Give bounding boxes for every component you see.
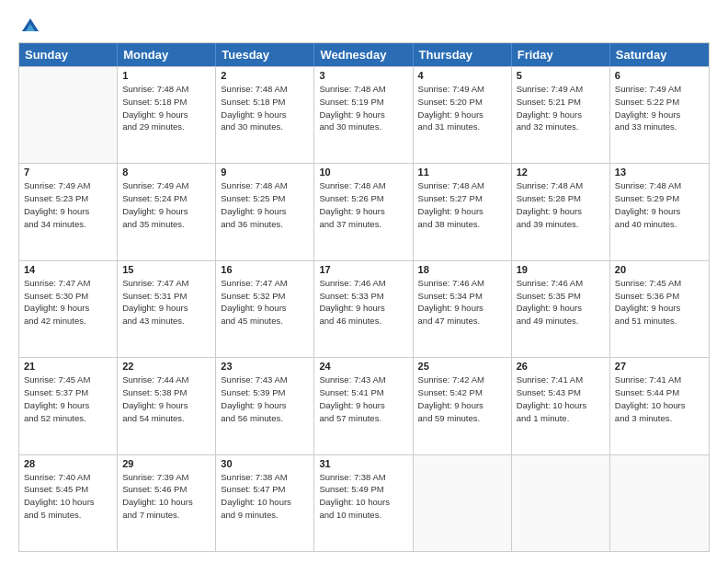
cal-day-number: 29 bbox=[122, 458, 210, 469]
cal-cell-info: Sunrise: 7:46 AMSunset: 5:33 PMDaylight:… bbox=[319, 277, 407, 327]
cal-day-number: 20 bbox=[615, 264, 704, 275]
cal-cell: 23Sunrise: 7:43 AMSunset: 5:39 PMDayligh… bbox=[216, 358, 314, 454]
cal-cell: 18Sunrise: 7:46 AMSunset: 5:34 PMDayligh… bbox=[414, 261, 512, 357]
cal-cell bbox=[19, 67, 118, 163]
cal-cell-info: Sunrise: 7:49 AMSunset: 5:21 PMDaylight:… bbox=[517, 83, 605, 133]
cal-week-1: 1Sunrise: 7:48 AMSunset: 5:18 PMDaylight… bbox=[19, 66, 709, 163]
cal-header-tuesday: Tuesday bbox=[216, 43, 314, 66]
cal-cell: 8Sunrise: 7:49 AMSunset: 5:24 PMDaylight… bbox=[118, 164, 216, 259]
cal-cell-info: Sunrise: 7:41 AMSunset: 5:44 PMDaylight:… bbox=[615, 373, 704, 424]
cal-cell-info: Sunrise: 7:48 AMSunset: 5:19 PMDaylight:… bbox=[319, 83, 407, 133]
cal-cell-info: Sunrise: 7:48 AMSunset: 5:25 PMDaylight:… bbox=[221, 179, 309, 230]
cal-header-saturday: Saturday bbox=[610, 43, 709, 66]
cal-cell: 15Sunrise: 7:47 AMSunset: 5:31 PMDayligh… bbox=[118, 261, 216, 357]
cal-cell: 26Sunrise: 7:41 AMSunset: 5:43 PMDayligh… bbox=[512, 358, 610, 454]
cal-cell: 7Sunrise: 7:49 AMSunset: 5:23 PMDaylight… bbox=[19, 164, 118, 259]
cal-day-number: 22 bbox=[122, 361, 210, 372]
logo bbox=[18, 15, 40, 35]
cal-cell: 10Sunrise: 7:48 AMSunset: 5:26 PMDayligh… bbox=[314, 164, 413, 259]
calendar-header: SundayMondayTuesdayWednesdayThursdayFrid… bbox=[19, 43, 709, 66]
cal-day-number: 10 bbox=[319, 167, 407, 178]
cal-cell: 31Sunrise: 7:38 AMSunset: 5:49 PMDayligh… bbox=[314, 455, 413, 551]
cal-cell-info: Sunrise: 7:45 AMSunset: 5:36 PMDaylight:… bbox=[615, 277, 704, 327]
cal-cell: 11Sunrise: 7:48 AMSunset: 5:27 PMDayligh… bbox=[414, 164, 512, 259]
cal-cell: 24Sunrise: 7:43 AMSunset: 5:41 PMDayligh… bbox=[314, 358, 413, 454]
cal-cell: 27Sunrise: 7:41 AMSunset: 5:44 PMDayligh… bbox=[610, 358, 709, 454]
cal-header-sunday: Sunday bbox=[19, 43, 118, 66]
cal-cell bbox=[512, 455, 610, 551]
cal-day-number: 27 bbox=[615, 361, 704, 372]
cal-day-number: 31 bbox=[319, 458, 407, 469]
cal-cell: 14Sunrise: 7:47 AMSunset: 5:30 PMDayligh… bbox=[19, 261, 118, 357]
cal-cell-info: Sunrise: 7:48 AMSunset: 5:18 PMDaylight:… bbox=[221, 83, 309, 133]
cal-cell-info: Sunrise: 7:44 AMSunset: 5:38 PMDaylight:… bbox=[122, 373, 210, 424]
cal-cell-info: Sunrise: 7:46 AMSunset: 5:35 PMDaylight:… bbox=[517, 277, 605, 327]
cal-header-thursday: Thursday bbox=[414, 43, 512, 66]
cal-cell bbox=[414, 455, 512, 551]
cal-cell: 17Sunrise: 7:46 AMSunset: 5:33 PMDayligh… bbox=[314, 261, 413, 357]
cal-day-number: 25 bbox=[418, 361, 506, 372]
calendar-body: 1Sunrise: 7:48 AMSunset: 5:18 PMDaylight… bbox=[19, 66, 709, 551]
cal-day-number: 6 bbox=[615, 70, 704, 81]
cal-day-number: 21 bbox=[24, 361, 112, 372]
cal-day-number: 28 bbox=[24, 458, 112, 469]
cal-cell-info: Sunrise: 7:47 AMSunset: 5:32 PMDaylight:… bbox=[221, 277, 309, 327]
cal-day-number: 24 bbox=[319, 361, 407, 372]
cal-cell-info: Sunrise: 7:49 AMSunset: 5:24 PMDaylight:… bbox=[122, 179, 210, 230]
cal-cell-info: Sunrise: 7:40 AMSunset: 5:45 PMDaylight:… bbox=[24, 471, 112, 522]
cal-day-number: 26 bbox=[517, 361, 605, 372]
cal-cell-info: Sunrise: 7:43 AMSunset: 5:39 PMDaylight:… bbox=[221, 373, 309, 424]
cal-day-number: 23 bbox=[221, 361, 309, 372]
logo-icon bbox=[20, 15, 40, 35]
cal-day-number: 13 bbox=[615, 167, 704, 178]
cal-cell: 21Sunrise: 7:45 AMSunset: 5:37 PMDayligh… bbox=[19, 358, 118, 454]
cal-day-number: 16 bbox=[221, 264, 309, 275]
cal-cell-info: Sunrise: 7:38 AMSunset: 5:49 PMDaylight:… bbox=[319, 471, 407, 522]
cal-day-number: 11 bbox=[418, 167, 506, 178]
cal-day-number: 18 bbox=[418, 264, 506, 275]
cal-cell-info: Sunrise: 7:41 AMSunset: 5:43 PMDaylight:… bbox=[517, 373, 605, 424]
cal-day-number: 14 bbox=[24, 264, 112, 275]
cal-week-4: 21Sunrise: 7:45 AMSunset: 5:37 PMDayligh… bbox=[19, 357, 709, 454]
cal-cell: 20Sunrise: 7:45 AMSunset: 5:36 PMDayligh… bbox=[610, 261, 709, 357]
cal-day-number: 30 bbox=[221, 458, 309, 469]
cal-cell: 30Sunrise: 7:38 AMSunset: 5:47 PMDayligh… bbox=[216, 455, 314, 551]
cal-cell-info: Sunrise: 7:47 AMSunset: 5:30 PMDaylight:… bbox=[24, 277, 112, 327]
cal-cell-info: Sunrise: 7:47 AMSunset: 5:31 PMDaylight:… bbox=[122, 277, 210, 327]
cal-cell-info: Sunrise: 7:38 AMSunset: 5:47 PMDaylight:… bbox=[221, 471, 309, 522]
cal-cell: 16Sunrise: 7:47 AMSunset: 5:32 PMDayligh… bbox=[216, 261, 314, 357]
cal-header-friday: Friday bbox=[512, 43, 610, 66]
cal-cell-info: Sunrise: 7:48 AMSunset: 5:29 PMDaylight:… bbox=[615, 179, 704, 230]
cal-cell: 9Sunrise: 7:48 AMSunset: 5:25 PMDaylight… bbox=[216, 164, 314, 259]
cal-day-number: 3 bbox=[319, 70, 407, 81]
cal-cell: 22Sunrise: 7:44 AMSunset: 5:38 PMDayligh… bbox=[118, 358, 216, 454]
cal-cell-info: Sunrise: 7:43 AMSunset: 5:41 PMDaylight:… bbox=[319, 373, 407, 424]
cal-header-wednesday: Wednesday bbox=[314, 43, 413, 66]
cal-cell-info: Sunrise: 7:48 AMSunset: 5:27 PMDaylight:… bbox=[418, 179, 506, 230]
cal-day-number: 17 bbox=[319, 264, 407, 275]
cal-cell: 1Sunrise: 7:48 AMSunset: 5:18 PMDaylight… bbox=[118, 67, 216, 163]
cal-cell-info: Sunrise: 7:49 AMSunset: 5:22 PMDaylight:… bbox=[615, 83, 704, 133]
cal-day-number: 1 bbox=[122, 70, 210, 81]
cal-cell: 29Sunrise: 7:39 AMSunset: 5:46 PMDayligh… bbox=[118, 455, 216, 551]
cal-cell-info: Sunrise: 7:39 AMSunset: 5:46 PMDaylight:… bbox=[122, 471, 210, 522]
cal-cell-info: Sunrise: 7:48 AMSunset: 5:26 PMDaylight:… bbox=[319, 179, 407, 230]
cal-week-5: 28Sunrise: 7:40 AMSunset: 5:45 PMDayligh… bbox=[19, 454, 709, 551]
cal-cell: 2Sunrise: 7:48 AMSunset: 5:18 PMDaylight… bbox=[216, 67, 314, 163]
cal-day-number: 9 bbox=[221, 167, 309, 178]
cal-day-number: 12 bbox=[517, 167, 605, 178]
cal-header-monday: Monday bbox=[118, 43, 216, 66]
cal-cell: 3Sunrise: 7:48 AMSunset: 5:19 PMDaylight… bbox=[314, 67, 413, 163]
page-header bbox=[18, 15, 710, 35]
cal-cell bbox=[610, 455, 709, 551]
cal-cell-info: Sunrise: 7:49 AMSunset: 5:23 PMDaylight:… bbox=[24, 179, 112, 230]
cal-cell: 6Sunrise: 7:49 AMSunset: 5:22 PMDaylight… bbox=[610, 67, 709, 163]
cal-day-number: 7 bbox=[24, 167, 112, 178]
cal-week-3: 14Sunrise: 7:47 AMSunset: 5:30 PMDayligh… bbox=[19, 260, 709, 357]
cal-cell: 19Sunrise: 7:46 AMSunset: 5:35 PMDayligh… bbox=[512, 261, 610, 357]
cal-day-number: 8 bbox=[122, 167, 210, 178]
cal-day-number: 15 bbox=[122, 264, 210, 275]
cal-week-2: 7Sunrise: 7:49 AMSunset: 5:23 PMDaylight… bbox=[19, 163, 709, 259]
cal-cell-info: Sunrise: 7:46 AMSunset: 5:34 PMDaylight:… bbox=[418, 277, 506, 327]
cal-cell-info: Sunrise: 7:48 AMSunset: 5:18 PMDaylight:… bbox=[122, 83, 210, 133]
